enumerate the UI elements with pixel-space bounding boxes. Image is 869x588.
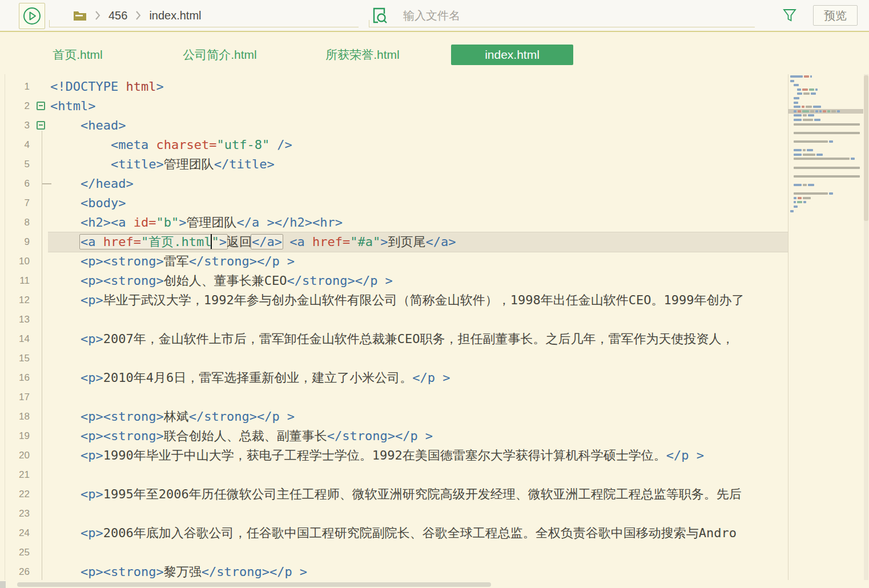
minimap-segment — [802, 88, 808, 91]
code-line[interactable]: <p>1995年至2006年历任微软公司主任工程师、微软亚洲研究院高级开发经理、… — [48, 485, 788, 504]
line-number[interactable]: 2 — [0, 96, 30, 116]
line-number[interactable]: 19 — [0, 426, 30, 446]
line-number[interactable]: 17 — [0, 388, 30, 407]
code-line[interactable]: <p>2006年底加入谷歌公司，任谷歌中国工程研究院副院长、谷歌全球工程总监。全… — [48, 523, 788, 543]
line-number[interactable]: 6 — [0, 174, 30, 194]
minimap-row — [794, 197, 811, 199]
line-number[interactable]: 24 — [0, 523, 30, 543]
line-number[interactable]: 10 — [0, 252, 30, 271]
code-line[interactable] — [48, 504, 788, 523]
code-line[interactable]: <p><strong>林斌</strong></p > — [48, 407, 788, 426]
code-line[interactable]: <head> — [48, 116, 788, 135]
run-button[interactable] — [19, 3, 45, 29]
code-line[interactable]: <p><strong>雷军</strong></p > — [48, 252, 788, 271]
breadcrumb-item-file[interactable]: index.html — [149, 9, 201, 22]
line-number[interactable]: 20 — [0, 446, 30, 465]
line-number[interactable]: 11 — [0, 271, 30, 291]
line-number[interactable]: 8 — [0, 213, 30, 232]
horizontal-scrollbar-thumb[interactable] — [17, 582, 491, 587]
code-line[interactable] — [48, 310, 788, 329]
minimap-segment — [794, 201, 796, 203]
line-number[interactable]: 4 — [0, 135, 30, 155]
line-number[interactable]: 13 — [0, 310, 30, 329]
code-line[interactable]: <meta charset="utf-8" /> — [48, 135, 788, 155]
code-line[interactable]: <p>2007年，金山软件上市后，雷军卸任金山软件总裁兼CEO职务，担任副董事长… — [48, 329, 788, 349]
code-token: </strong></p > — [327, 429, 433, 443]
code-token: <p> — [50, 370, 103, 385]
chevron-right-icon — [135, 11, 141, 20]
code-editor[interactable]: 1234567891011121314151617181920212223242… — [0, 74, 869, 588]
line-number[interactable]: 5 — [0, 155, 30, 174]
code-token: "utf-8" — [216, 138, 269, 152]
minimap-segment — [829, 140, 833, 143]
tab-company-intro-html[interactable]: 公司简介.html — [168, 45, 271, 65]
line-number[interactable]: 26 — [0, 562, 30, 582]
code-line[interactable]: <p>毕业于武汉大学，1992年参与创办金山软件有限公司（简称金山软件），199… — [48, 291, 788, 310]
minimap-segment — [803, 149, 806, 151]
minimap-segment — [803, 154, 815, 156]
line-number[interactable]: 14 — [0, 329, 30, 349]
code-token: 黎万强 — [164, 565, 202, 579]
tab-honors-html[interactable]: 所获荣誉.html — [311, 45, 414, 65]
code-line[interactable]: <p><strong>黎万强</strong></p > — [48, 562, 788, 582]
code-line[interactable]: <h2><a id="b">管理团队</a ></h2><hr> — [48, 213, 788, 232]
code-token: 1990年毕业于中山大学，获电子工程学士学位。1992在美国德雷塞尔大学获得计算… — [103, 448, 666, 462]
code-line[interactable] — [48, 388, 788, 407]
code-line[interactable] — [48, 465, 788, 485]
code-line[interactable]: <p>1990年毕业于中山大学，获电子工程学士学位。1992在美国德雷塞尔大学获… — [48, 446, 788, 465]
minimap-segment — [797, 201, 802, 203]
fold-collapse-icon[interactable] — [37, 121, 45, 130]
code-token: > — [156, 79, 163, 94]
code-token: 到页尾 — [388, 235, 425, 249]
code-line[interactable]: <html> — [48, 96, 788, 116]
tab-index-html-active[interactable]: index.html — [451, 45, 573, 65]
minimap-row — [794, 110, 840, 112]
filter-icon[interactable] — [782, 8, 798, 24]
minimap-segment — [794, 102, 798, 104]
line-number[interactable]: 7 — [0, 194, 30, 213]
code-line[interactable]: <body> — [48, 194, 788, 213]
line-number[interactable]: 16 — [0, 368, 30, 388]
code-token: 联合创始人、总裁、副董事长 — [164, 429, 327, 443]
code-token: <p> — [50, 487, 103, 501]
line-number[interactable]: 21 — [0, 465, 30, 485]
minimap-segment — [794, 84, 799, 86]
code-line[interactable]: <p><strong>创始人、董事长兼CEO</strong></p > — [48, 271, 788, 291]
minimap-segment — [803, 197, 811, 199]
line-number[interactable]: 1 — [0, 77, 30, 96]
code-line-active[interactable]: <a href="首页.html">返回</a> <a href="#a">到页… — [48, 232, 788, 252]
minimap-segment — [829, 192, 833, 195]
line-number[interactable]: 15 — [0, 349, 30, 368]
code-line[interactable]: <!DOCTYPE html> — [48, 77, 788, 96]
vertical-scrollbar-thumb[interactable] — [864, 75, 868, 221]
preview-button[interactable]: 预览 — [813, 5, 858, 26]
search-input[interactable] — [403, 9, 723, 22]
folder-icon[interactable] — [73, 10, 87, 21]
minimap-segment — [794, 149, 802, 151]
code-line[interactable]: </head> — [48, 174, 788, 194]
tab-home-html[interactable]: 首页.html — [26, 45, 129, 65]
minimap-segment — [827, 110, 830, 112]
matching-tag-highlight: <a href="首页.html"> — [79, 234, 228, 249]
fold-collapse-icon[interactable] — [37, 102, 45, 110]
line-number[interactable]: 22 — [0, 485, 30, 504]
code-line[interactable]: <p><strong>联合创始人、总裁、副董事长</strong></p > — [48, 426, 788, 446]
preview-button-label: 预览 — [824, 8, 847, 23]
breadcrumb-item-folder[interactable]: 456 — [108, 9, 127, 22]
code-token: </p > — [412, 370, 450, 385]
line-number[interactable]: 18 — [0, 407, 30, 426]
code-line[interactable] — [48, 543, 788, 562]
code-line[interactable] — [48, 349, 788, 368]
minimap-segment — [802, 110, 809, 112]
line-number[interactable]: 23 — [0, 504, 30, 523]
code-line[interactable]: <p>2010年4月6日，雷军选择重新创业，建立了小米公司。</p > — [48, 368, 788, 388]
line-number[interactable]: 9 — [0, 232, 30, 252]
minimap[interactable] — [790, 75, 863, 298]
line-number[interactable]: 25 — [0, 543, 30, 562]
code-token: "#a" — [350, 235, 380, 249]
minimap-row — [794, 167, 860, 169]
minimap-segment — [819, 110, 822, 112]
code-line[interactable]: <title>管理团队</title> — [48, 155, 788, 174]
line-number[interactable]: 3 — [0, 116, 30, 135]
line-number[interactable]: 12 — [0, 291, 30, 310]
